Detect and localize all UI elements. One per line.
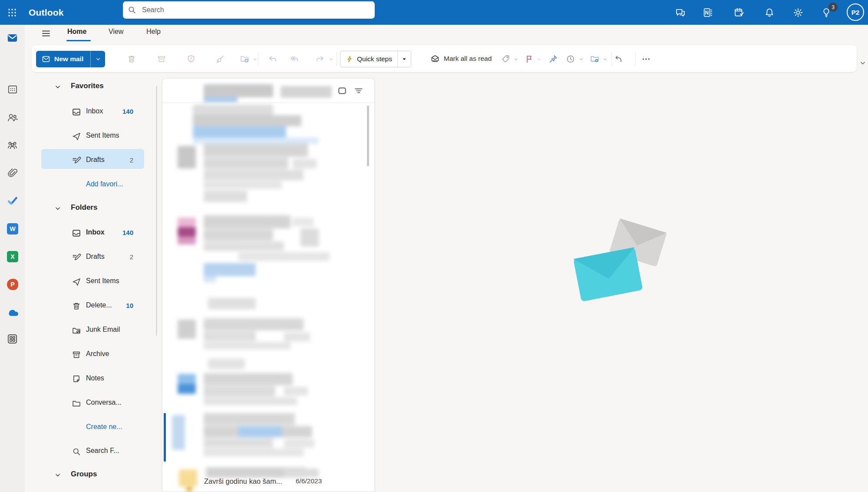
note-icon	[71, 373, 82, 385]
new-mail-dropdown[interactable]	[90, 51, 105, 67]
mark-all-read-button[interactable]: Mark all as read	[430, 51, 492, 66]
rules-folder-icon[interactable]	[589, 53, 601, 65]
message-list-scrollbar[interactable]	[367, 106, 369, 166]
folder-pane-scrollbar[interactable]	[156, 86, 157, 336]
flag-chevron-icon[interactable]	[536, 56, 542, 62]
more-options-icon[interactable]	[640, 53, 653, 65]
word-app-icon[interactable]: W	[7, 223, 18, 234]
categorize-tag-icon[interactable]	[500, 53, 511, 65]
hamburger-menu-icon[interactable]	[39, 27, 53, 40]
pin-icon[interactable]	[548, 53, 559, 65]
search-input[interactable]	[141, 6, 351, 14]
my-day-icon[interactable]	[730, 0, 748, 25]
new-mail-envelope-icon	[42, 55, 50, 63]
sidebar-item-junk-email[interactable]: Junk Email	[25, 321, 162, 340]
sidebar-item-sent-items[interactable]: Sent Items	[25, 272, 162, 291]
todo-module-icon[interactable]	[0, 194, 25, 207]
collapse-ribbon-chevron-icon[interactable]	[859, 59, 867, 67]
sidebar-item-sent-favorite[interactable]: Sent Items	[25, 127, 162, 146]
snooze-clock-icon[interactable]	[565, 53, 576, 65]
tab-view[interactable]: View	[109, 28, 123, 39]
empty-state-envelopes-illustration	[564, 213, 686, 308]
send-icon	[71, 276, 82, 287]
notifications-bell-icon[interactable]	[761, 0, 778, 25]
sidebar-item-deleted-items[interactable]: Delete... 10	[25, 297, 162, 316]
chevron-down-icon	[53, 204, 62, 213]
folder-icon	[71, 398, 82, 409]
search-folder-icon	[71, 446, 82, 457]
selected-message-indicator	[164, 413, 166, 462]
trash-icon	[71, 300, 82, 312]
move-to-folder-icon[interactable]	[239, 53, 251, 65]
tips-badge: 3	[828, 3, 838, 12]
app-title: Outlook	[29, 0, 64, 25]
more-apps-grid-icon[interactable]	[0, 332, 25, 345]
redacted-list-tabs	[162, 79, 366, 102]
powerpoint-app-icon[interactable]: P	[7, 279, 18, 290]
junk-folder-icon	[71, 325, 82, 336]
ribbon-toolbar: New mail	[32, 45, 857, 72]
tag-chevron-icon[interactable]	[513, 56, 519, 62]
search-bar[interactable]	[123, 1, 375, 19]
tab-home[interactable]: Home	[67, 28, 86, 39]
message-list-pane: Završi godinu kao šam... 6/6/2023	[162, 78, 375, 492]
outlook-window: Outlook	[0, 0, 868, 492]
report-shield-icon[interactable]	[185, 53, 197, 65]
message-date: 6/6/2023	[296, 477, 322, 485]
archive-icon	[71, 349, 82, 360]
quick-steps-chevron-icon[interactable]	[397, 51, 411, 67]
folders-header[interactable]: Folders	[25, 199, 162, 218]
people-module-icon[interactable]	[0, 111, 25, 124]
toolbar-divider	[258, 52, 258, 66]
reply-all-icon[interactable]	[288, 53, 300, 65]
flag-icon[interactable]	[524, 53, 535, 65]
excel-app-icon[interactable]: X	[7, 251, 18, 262]
toolbar-divider	[337, 52, 337, 66]
chevron-down-icon	[53, 83, 62, 91]
forward-chevron-icon[interactable]	[328, 56, 334, 62]
add-favorite-link[interactable]: Add favori...	[25, 175, 162, 195]
sidebar-item-conversation-history[interactable]: Conversa...	[25, 394, 162, 413]
rules-chevron-icon[interactable]	[602, 56, 608, 62]
create-new-folder-link[interactable]: Create ne...	[25, 418, 162, 437]
sidebar-item-notes[interactable]: Notes	[25, 370, 162, 389]
sidebar-item-inbox[interactable]: Inbox 140	[25, 224, 162, 243]
redacted-message-rows	[162, 102, 365, 492]
forward-icon[interactable]	[314, 53, 326, 65]
active-tab-indicator	[66, 40, 91, 41]
onenote-feed-icon[interactable]	[699, 0, 716, 25]
sidebar-item-inbox-favorite[interactable]: Inbox 140	[25, 102, 162, 122]
snooze-chevron-icon[interactable]	[578, 56, 584, 62]
app-rail: W X P	[0, 25, 25, 492]
tab-help[interactable]: Help	[146, 28, 161, 39]
toolbar-divider	[635, 52, 636, 66]
sidebar-item-search-folders[interactable]: Search F...	[25, 442, 162, 461]
top-bar: Outlook	[0, 0, 868, 25]
new-mail-label: New mail	[54, 55, 83, 63]
sweep-broom-icon[interactable]	[215, 53, 226, 65]
move-to-chevron-icon[interactable]	[252, 56, 258, 62]
new-mail-button[interactable]: New mail	[36, 51, 105, 67]
inbox-icon	[71, 106, 82, 118]
groups-header[interactable]: Groups	[25, 466, 162, 485]
undo-icon[interactable]	[613, 53, 624, 65]
reply-icon[interactable]	[267, 53, 279, 65]
groups-module-icon[interactable]	[0, 139, 25, 152]
account-avatar[interactable]: P2	[847, 3, 864, 21]
favorites-header[interactable]: Favorites	[25, 77, 162, 96]
chevron-down-icon	[53, 471, 62, 479]
onedrive-app-icon[interactable]	[0, 306, 25, 319]
mail-module-icon[interactable]	[0, 31, 25, 44]
delete-icon[interactable]	[126, 53, 137, 65]
sidebar-item-archive[interactable]: Archive	[25, 345, 162, 364]
app-launcher-waffle-icon[interactable]	[3, 0, 21, 25]
files-paperclip-icon[interactable]	[0, 166, 25, 179]
archive-icon[interactable]	[156, 53, 167, 65]
quick-steps-button[interactable]: Quick steps	[340, 51, 411, 67]
inbox-icon	[71, 228, 82, 239]
message-row-partial[interactable]: Završi godinu kao šam... 6/6/2023	[204, 477, 369, 485]
teams-chat-icon[interactable]	[672, 0, 689, 25]
sidebar-item-drafts[interactable]: Drafts 2	[25, 248, 162, 267]
settings-gear-icon[interactable]	[789, 0, 807, 25]
calendar-module-icon[interactable]	[0, 83, 25, 96]
